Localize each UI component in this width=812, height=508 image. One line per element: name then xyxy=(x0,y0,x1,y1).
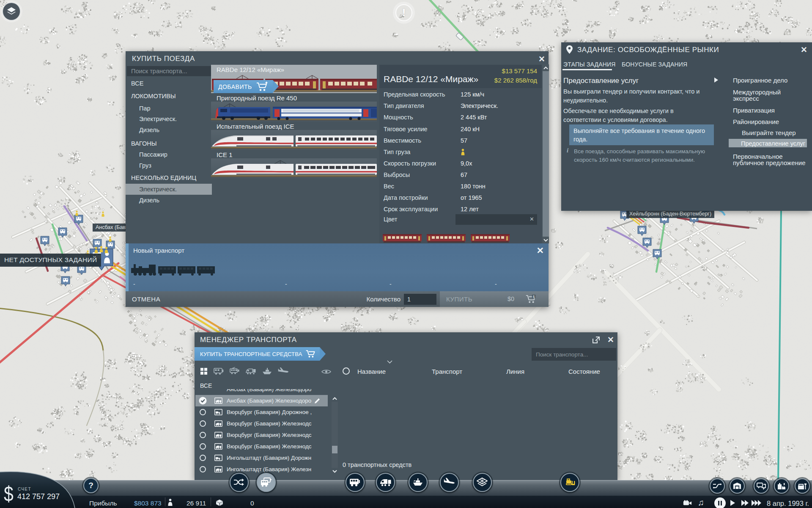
radio-icon[interactable] xyxy=(200,455,206,461)
filter-loc-steam[interactable]: Пар xyxy=(126,103,212,114)
filter-multiunit-header[interactable]: НЕСКОЛЬКО ЕДИНИЦ xyxy=(126,172,212,183)
toolbar-industries-button[interactable] xyxy=(774,478,789,494)
train-list-item[interactable]: ICE 1 xyxy=(211,150,377,178)
add-to-cart-button[interactable]: ДОБАВИТЬ xyxy=(214,80,273,93)
radio-icon[interactable] xyxy=(200,466,206,472)
task-dialog-close-icon[interactable]: ✕ xyxy=(801,46,807,54)
camera-icon[interactable] xyxy=(683,500,692,506)
toolbar-build-button[interactable] xyxy=(560,473,579,492)
filter-wagons-passenger[interactable]: Пассажир xyxy=(126,149,212,160)
filter-tram-icon[interactable] xyxy=(230,367,240,375)
scroll-down-icon[interactable] xyxy=(543,237,549,243)
toolbar-messages-button[interactable] xyxy=(754,478,769,494)
train-list-item-selected[interactable]: RABDe 12/12 «Мираж» xyxy=(211,65,377,93)
toolbar-map-info-button[interactable] xyxy=(473,473,492,492)
warning-icon[interactable]: ! xyxy=(395,4,412,21)
toolbar-stations-button[interactable] xyxy=(795,478,810,494)
toolbar-lines-button[interactable] xyxy=(230,473,249,492)
station-row-selected[interactable]: Ансбах (Бавария) Железнодоро xyxy=(195,395,328,406)
radio-checked-icon[interactable] xyxy=(199,397,207,405)
train-list-item[interactable]: Пригородный поезд Re 450 xyxy=(211,93,377,121)
scroll-thumb[interactable] xyxy=(543,71,549,237)
toolbar-routes-button[interactable] xyxy=(710,478,725,494)
toolbar-trains-button[interactable] xyxy=(376,473,395,492)
play-icon[interactable] xyxy=(730,500,735,506)
fast-forward-icon[interactable] xyxy=(741,500,749,506)
station-row-partial[interactable]: Ансбах (Бавария) Железнодоро xyxy=(195,389,328,395)
filter-train-icon[interactable] xyxy=(246,367,256,375)
radio-icon[interactable] xyxy=(200,420,206,427)
filter-grid-icon[interactable] xyxy=(200,368,207,375)
station-row[interactable]: Ингольштадт (Бавария) Железн xyxy=(195,464,328,475)
station-row[interactable]: Вюрцбург (Бавария) Дорожное , xyxy=(195,406,328,418)
scroll-up-icon[interactable] xyxy=(332,395,338,402)
filter-plane-icon[interactable] xyxy=(278,367,289,375)
help-button[interactable]: ? xyxy=(83,478,99,493)
station-row[interactable]: Ингольштадт (Бавария) Дорожн xyxy=(195,452,328,464)
column-header-vehicle[interactable]: Транспорт xyxy=(432,368,462,375)
scroll-down-icon[interactable] xyxy=(332,468,338,475)
toolbar-road-vehicles-button[interactable] xyxy=(346,473,365,492)
filter-mu-diesel[interactable]: Дизель xyxy=(126,195,212,206)
color-clear-icon[interactable]: ✕ xyxy=(529,216,534,222)
task-step[interactable]: Районирование xyxy=(733,119,806,125)
task-step[interactable]: Первоначальное публичное предложение xyxy=(733,153,806,166)
town-label-heilbronn[interactable]: Хейльбронн (Баден-Вюртемберг) xyxy=(626,210,714,218)
radio-icon[interactable] xyxy=(200,409,206,415)
music-icon[interactable]: ♫ xyxy=(698,498,704,508)
filter-loc-diesel[interactable]: Дизель xyxy=(126,124,212,135)
color-picker-field[interactable]: ✕ xyxy=(455,214,537,225)
filter-wagons-cargo[interactable]: Груз xyxy=(126,160,212,171)
station-row[interactable]: Вюрцбург (Бавария) Железнодс xyxy=(195,441,328,452)
column-header-state[interactable]: Состояние xyxy=(568,368,600,375)
filter-wagons-header[interactable]: ВАГОНЫ xyxy=(126,138,212,149)
tab-task-stages[interactable]: ЭТАПЫ ЗАДАНИЯ xyxy=(563,61,616,68)
quantity-input[interactable] xyxy=(404,294,436,305)
transport-manager-close-icon[interactable]: ✕ xyxy=(607,336,614,344)
buy-button[interactable]: КУПИТЬ $0 $ xyxy=(440,291,549,307)
filter-mu-electric[interactable]: Электрическ. xyxy=(126,184,212,195)
filter-all[interactable]: ВСЕ xyxy=(126,78,212,89)
map-layers-button[interactable] xyxy=(3,3,20,20)
task-step-selected[interactable]: Предоставление услуг xyxy=(729,139,807,147)
buy-search-input[interactable] xyxy=(127,66,211,76)
visibility-eye-icon[interactable] xyxy=(321,369,331,375)
filter-locomotives-header[interactable]: ЛОКОМОТИВЫ xyxy=(126,91,212,102)
toolbar-depot-button[interactable] xyxy=(730,478,745,494)
manager-search-input[interactable] xyxy=(532,348,616,361)
task-step[interactable]: Междугородный экспресс xyxy=(733,89,806,102)
filter-ship-icon[interactable] xyxy=(262,367,272,375)
task-step[interactable]: Проигранное дело xyxy=(733,77,806,83)
buy-dialog-close-icon[interactable]: ✕ xyxy=(538,55,545,63)
buy-vehicles-button[interactable]: КУПИТЬ ТРАНСПОРТНЫЕ СРЕДСТВА xyxy=(195,347,320,361)
detail-scrollbar[interactable] xyxy=(543,64,549,243)
pause-button[interactable] xyxy=(714,497,726,508)
station-row[interactable]: Вюрцбург (Бавария) Железнодс xyxy=(195,429,328,441)
new-transport-close-icon[interactable]: ✕ xyxy=(536,246,544,256)
station-list-scrollbar[interactable] xyxy=(332,395,338,475)
scroll-thumb[interactable] xyxy=(332,446,337,453)
filter-loc-electric[interactable]: Электрическ. xyxy=(126,113,212,124)
manager-filter-all[interactable]: ВСЕ xyxy=(200,382,212,389)
filter-bus-icon[interactable] xyxy=(214,368,224,375)
popout-icon[interactable] xyxy=(593,337,600,343)
rename-pencil-icon[interactable] xyxy=(314,398,321,404)
prop-label: Тип груза xyxy=(384,149,410,155)
scroll-up-icon[interactable] xyxy=(543,64,549,71)
sort-chevron-icon[interactable] xyxy=(387,360,392,364)
radio-icon[interactable] xyxy=(200,432,206,438)
station-row[interactable]: Вюрцбург (Бавария) Железнодс xyxy=(195,418,328,429)
header-radio[interactable] xyxy=(343,367,350,375)
train-list-item[interactable]: Испытательный поезд ICE xyxy=(211,121,377,150)
toolbar-vehicles-button[interactable] xyxy=(257,473,276,492)
toolbar-planes-button[interactable] xyxy=(440,473,459,492)
toolbar-ships-button[interactable] xyxy=(409,473,428,492)
fastest-forward-icon[interactable] xyxy=(751,500,763,506)
task-step[interactable]: Приватизация xyxy=(733,107,806,113)
tab-bonus-tasks[interactable]: БОНУСНЫЕ ЗАДАНИЯ xyxy=(622,61,687,68)
column-header-line[interactable]: Линия xyxy=(506,368,524,375)
cancel-button[interactable]: ОТМЕНА xyxy=(132,295,160,303)
radio-icon[interactable] xyxy=(200,443,206,450)
task-step[interactable]: Выиграйте тендер xyxy=(742,130,812,136)
column-header-name[interactable]: Название xyxy=(357,368,386,375)
